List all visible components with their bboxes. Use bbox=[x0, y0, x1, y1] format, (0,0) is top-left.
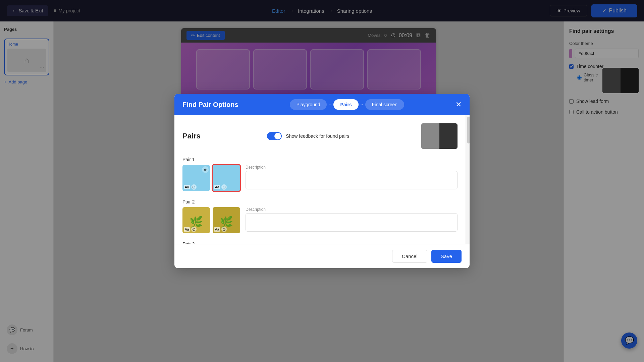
pair-2-desc-container: Description bbox=[246, 207, 458, 233]
modal-title: Find Pair Options bbox=[182, 101, 238, 109]
toggle-knob bbox=[274, 133, 281, 139]
pair-2-desc-label: Description bbox=[246, 207, 458, 212]
img-badge-3: Aa bbox=[184, 227, 190, 232]
modal-content: Pairs Show feedback for found pairs bbox=[174, 115, 466, 244]
pair-1-description-input[interactable] bbox=[246, 171, 458, 189]
car-preview-image bbox=[421, 123, 458, 149]
pairs-header: Pairs Show feedback for found pairs bbox=[182, 123, 458, 149]
pair-2-description-input[interactable] bbox=[246, 213, 458, 232]
modal-step-pairs[interactable]: Pairs bbox=[333, 99, 358, 110]
pair-1-section: Pair 1 Aa ⊙ ⊕ bbox=[182, 157, 458, 192]
img-badge-4: Aa bbox=[214, 227, 220, 232]
pair-3-section: Pair 3 Description bbox=[182, 241, 458, 244]
img-badge-2: Aa bbox=[214, 185, 220, 189]
pair-1-images: Aa ⊙ ⊕ Aa ⊙ ← bbox=[182, 165, 240, 191]
pair-1-img-1[interactable]: Aa ⊙ ⊕ bbox=[182, 165, 210, 191]
modal-body: Pairs Show feedback for found pairs bbox=[174, 115, 470, 244]
scrollbar-thumb bbox=[467, 117, 470, 143]
feedback-label: Show feedback for found pairs bbox=[286, 133, 349, 139]
pair-3-label: Pair 3 bbox=[182, 241, 458, 244]
modal-close-button[interactable]: ✕ bbox=[455, 101, 462, 108]
pairs-title: Pairs bbox=[182, 132, 201, 140]
img-icon-1: ⊙ bbox=[191, 184, 197, 190]
save-button[interactable]: Save bbox=[431, 250, 462, 263]
feedback-toggle-switch[interactable] bbox=[267, 132, 282, 140]
pair-2-img-1[interactable]: Aa ⊙ 🌿 bbox=[182, 207, 210, 233]
img-icon-2: ⊙ bbox=[221, 184, 227, 190]
modal-scrollbar[interactable] bbox=[466, 115, 470, 244]
cancel-button[interactable]: Cancel bbox=[392, 250, 427, 263]
pair-2-section: Pair 2 Aa ⊙ 🌿 bbox=[182, 199, 458, 235]
modal-backdrop[interactable]: Find Pair Options Playground → Pairs → F… bbox=[0, 0, 644, 362]
modal-footer: Cancel Save bbox=[174, 244, 470, 268]
modal-header: Find Pair Options Playground → Pairs → F… bbox=[174, 94, 470, 115]
pair-2-label: Pair 2 bbox=[182, 199, 458, 204]
img-badge-1: Aa bbox=[184, 185, 190, 189]
pair-1-img-2[interactable]: Aa ⊙ ← bbox=[213, 165, 240, 191]
find-pair-modal: Find Pair Options Playground → Pairs → F… bbox=[174, 94, 470, 268]
img-icon-3: ⊙ bbox=[191, 227, 197, 232]
pair-1-desc-container: Description bbox=[246, 165, 458, 191]
pair-1-desc-label: Description bbox=[246, 165, 458, 170]
pair-2-img-2[interactable]: Aa ⊙ 🌿 bbox=[213, 207, 240, 233]
modal-step-final[interactable]: Final screen bbox=[365, 99, 404, 110]
img-icon-4: ⊙ bbox=[221, 227, 227, 232]
pair-img-overlay-1: ⊕ bbox=[202, 166, 209, 173]
pair-1-label: Pair 1 bbox=[182, 157, 458, 162]
modal-step-playground[interactable]: Playground bbox=[290, 99, 327, 110]
pair-2-images: Aa ⊙ 🌿 Aa ⊙ 🌿 bbox=[182, 207, 240, 233]
step-arrow-1: → bbox=[328, 102, 332, 107]
step-arrow-2: → bbox=[360, 102, 364, 107]
modal-steps: Playground → Pairs → Final screen bbox=[290, 99, 404, 110]
feedback-toggle: Show feedback for found pairs bbox=[267, 132, 349, 140]
